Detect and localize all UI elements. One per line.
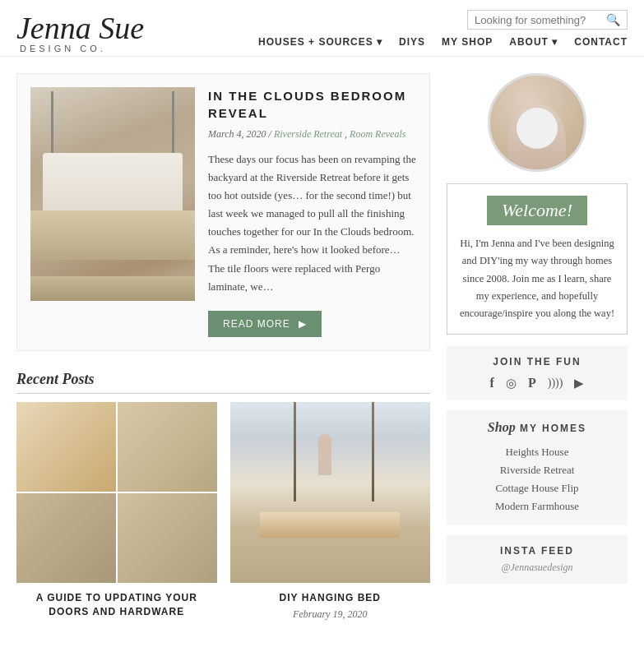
post-card-2-title[interactable]: DIY HANGING BED — [230, 591, 431, 605]
arrow-icon: ▶ — [299, 318, 307, 330]
nav-diys[interactable]: DIYS — [399, 36, 425, 48]
welcome-box: Welcome! Hi, I'm Jenna and I've been des… — [447, 183, 628, 335]
instagram-icon[interactable]: ◎ — [506, 376, 517, 391]
sidebar: Welcome! Hi, I'm Jenna and I've been des… — [447, 73, 628, 621]
logo-text: Jenna Sue — [16, 12, 144, 44]
featured-image — [30, 87, 195, 301]
rss-icon[interactable]: )))) — [548, 377, 563, 390]
nav-about[interactable]: ABOUT ▾ — [509, 36, 558, 48]
shop-italic-label: Shop — [488, 420, 516, 434]
header: Jenna Sue DESIGN CO. 🔍 HOUSES + SOURCES … — [0, 0, 644, 57]
read-more-label: READ MORE — [223, 318, 290, 330]
welcome-title: Welcome! — [487, 196, 587, 225]
nav-contact[interactable]: CONTACT — [574, 36, 628, 48]
featured-category1[interactable]: Riverside Retreat — [274, 128, 342, 140]
main-layout: IN THE CLOUDS BEDROOM REVEAL March 4, 20… — [0, 57, 644, 637]
header-right: 🔍 HOUSES + SOURCES ▾ DIYS MY SHOP ABOUT … — [258, 10, 628, 56]
shop-homes-title: Shop MY HOMES — [456, 420, 618, 435]
homes-list-item-2[interactable]: Riverside Retreat — [456, 461, 618, 479]
logo[interactable]: Jenna Sue DESIGN CO. — [16, 12, 144, 53]
posts-grid: A GUIDE TO UPDATING YOUR DOORS AND HARDW… — [16, 402, 430, 621]
recent-posts-section: Recent Posts A GUIDE TO UPDATING YOUR DO… — [16, 371, 430, 621]
nav-houses[interactable]: HOUSES + SOURCES ▾ — [258, 36, 382, 48]
pinterest-icon[interactable]: P — [528, 376, 536, 391]
homes-list-item-1[interactable]: Heights House — [456, 443, 618, 461]
search-input[interactable] — [475, 14, 606, 26]
search-container: 🔍 — [467, 10, 628, 30]
post-card-2: DIY HANGING BED February 19, 2020 — [230, 402, 431, 621]
featured-content: IN THE CLOUDS BEDROOM REVEAL March 4, 20… — [208, 87, 416, 337]
content-area: IN THE CLOUDS BEDROOM REVEAL March 4, 20… — [16, 73, 430, 621]
insta-title: INSTA FEED — [456, 545, 618, 557]
recent-posts-title: Recent Posts — [16, 371, 430, 394]
facebook-icon[interactable]: f — [490, 376, 494, 391]
main-nav: HOUSES + SOURCES ▾ DIYS MY SHOP ABOUT ▾ … — [258, 36, 628, 56]
post-thumb-2[interactable] — [230, 402, 431, 583]
post-thumb-1[interactable] — [16, 402, 217, 583]
featured-meta: March 4, 2020 / Riverside Retreat , Room… — [208, 128, 416, 141]
homes-list: Heights House Riverside Retreat Cottage … — [456, 443, 618, 515]
nav-shop[interactable]: MY SHOP — [442, 36, 493, 48]
shop-homes-section: Shop MY HOMES Heights House Riverside Re… — [447, 410, 628, 525]
avatar-section — [447, 73, 628, 172]
post-card-1: A GUIDE TO UPDATING YOUR DOORS AND HARDW… — [16, 402, 217, 621]
join-section: JOIN THE FUN f ◎ P )))) ▶ — [447, 346, 628, 400]
homes-list-item-3[interactable]: Cottage House Flip — [456, 479, 618, 497]
insta-handle: @Jennasuedesign — [456, 562, 618, 574]
welcome-text: Hi, I'm Jenna and I've been designing an… — [459, 235, 615, 322]
post-card-1-title[interactable]: A GUIDE TO UPDATING YOUR DOORS AND HARDW… — [16, 591, 217, 619]
youtube-icon[interactable]: ▶ — [574, 376, 584, 391]
featured-category2[interactable]: Room Reveals — [350, 128, 405, 140]
search-button[interactable]: 🔍 — [606, 13, 620, 26]
homes-list-item-4[interactable]: Modern Farmhouse — [456, 497, 618, 515]
read-more-button[interactable]: READ MORE ▶ — [208, 311, 322, 337]
featured-date: March 4, 2020 — [208, 128, 266, 140]
post-card-2-date: February 19, 2020 — [230, 608, 431, 621]
insta-section: INSTA FEED @Jennasuedesign — [447, 535, 628, 584]
join-title: JOIN THE FUN — [456, 356, 618, 367]
avatar — [488, 73, 586, 172]
featured-post: IN THE CLOUDS BEDROOM REVEAL March 4, 20… — [16, 73, 430, 351]
social-icons-row: f ◎ P )))) ▶ — [456, 376, 618, 391]
featured-title: IN THE CLOUDS BEDROOM REVEAL — [208, 87, 416, 122]
featured-excerpt: These days our focus has been on revampi… — [208, 150, 416, 296]
